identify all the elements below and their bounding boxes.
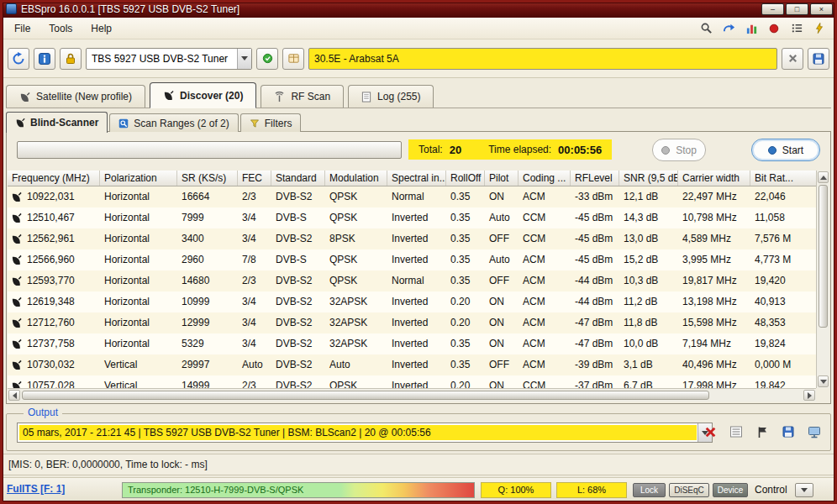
table-row[interactable]: 12593,770Horizontal146802/3DVB-S2QPSKNor… bbox=[8, 270, 816, 291]
level-indicator: L: 68% bbox=[556, 482, 627, 498]
column-header-2[interactable]: SR (KS/s) bbox=[177, 171, 238, 186]
fullts-link[interactable]: FullTS [F: 1] bbox=[7, 483, 65, 495]
column-header-13[interactable]: Bit Rat... bbox=[750, 171, 816, 186]
export-icon[interactable] bbox=[805, 423, 824, 441]
search-icon[interactable] bbox=[698, 21, 713, 36]
edit-transponder-button[interactable] bbox=[282, 48, 304, 70]
column-header-10[interactable]: RFLevel bbox=[571, 171, 619, 186]
table-row[interactable]: 12510,467Horizontal79993/4DVB-SQPSKInver… bbox=[8, 207, 816, 228]
satellite-dish-icon bbox=[11, 297, 22, 307]
device-button[interactable]: Device bbox=[713, 483, 748, 497]
diseqc-button[interactable]: DiSEqC bbox=[669, 483, 709, 497]
menu-help[interactable]: Help bbox=[82, 19, 121, 38]
menu-file[interactable]: File bbox=[5, 19, 39, 38]
scroll-right-icon[interactable] bbox=[803, 390, 815, 401]
column-header-0[interactable]: Frequency (MHz) bbox=[8, 171, 100, 186]
close-button[interactable]: × bbox=[810, 3, 833, 15]
lock-button[interactable] bbox=[60, 48, 82, 70]
column-header-12[interactable]: Carrier width bbox=[678, 171, 750, 186]
tab-discover[interactable]: Discover (20) bbox=[150, 82, 256, 108]
column-header-5[interactable]: Modulation bbox=[325, 171, 387, 186]
window-controls: – □ × bbox=[761, 3, 833, 15]
sub-tab-bar: Blind-Scanner Scan Ranges (2 of 2) Filte… bbox=[6, 111, 301, 132]
horizontal-scroll-thumb[interactable] bbox=[22, 391, 709, 400]
scroll-down-icon[interactable] bbox=[818, 375, 829, 387]
menu-tools[interactable]: Tools bbox=[39, 19, 82, 38]
title-bar[interactable]: EBSpro 16.0.0.1 [TBS 5927 USB DVB-S2 Tun… bbox=[0, 0, 837, 18]
column-header-1[interactable]: Polarization bbox=[100, 171, 177, 186]
save-button[interactable] bbox=[808, 48, 829, 70]
refresh-button[interactable] bbox=[8, 48, 29, 70]
column-header-6[interactable]: Spectral in... bbox=[387, 171, 446, 186]
status-bar: FullTS [F: 1] Transponder: 12510-H-7999-… bbox=[0, 477, 837, 501]
tab-rf-scan[interactable]: RF Scan bbox=[261, 85, 344, 108]
maximize-button[interactable]: □ bbox=[786, 3, 808, 15]
cell: ON bbox=[485, 375, 519, 388]
vertical-scrollbar[interactable] bbox=[816, 171, 829, 388]
delete-icon[interactable] bbox=[701, 423, 719, 441]
cell: CCM bbox=[519, 207, 571, 228]
list-icon[interactable] bbox=[789, 21, 804, 36]
satellite-dish-icon bbox=[11, 339, 22, 349]
cell: Inverted bbox=[387, 291, 446, 312]
chart-icon[interactable] bbox=[744, 21, 759, 36]
tools-icon[interactable] bbox=[812, 21, 827, 36]
cell: Auto bbox=[485, 207, 519, 228]
vertical-scroll-thumb[interactable] bbox=[819, 185, 828, 328]
cell: 0.20 bbox=[446, 291, 485, 312]
record-icon[interactable] bbox=[766, 21, 782, 36]
start-button[interactable]: Start bbox=[751, 139, 820, 161]
cell: 40,913 bbox=[750, 291, 816, 312]
table-row[interactable]: 10922,031Horizontal166642/3DVB-S2QPSKNor… bbox=[8, 186, 816, 207]
table-row[interactable]: 10757,028Vertical149992/3DVB-S2QPSKInver… bbox=[8, 375, 816, 388]
output-group: Output 05 mars, 2017 - 21:21 45 | TBS 59… bbox=[6, 413, 831, 451]
scroll-up-icon[interactable] bbox=[818, 171, 829, 183]
control-dropdown-button[interactable] bbox=[795, 483, 813, 497]
tab-filters[interactable]: Filters bbox=[240, 113, 302, 132]
cell: 12510,467 bbox=[8, 207, 100, 228]
table-row[interactable]: 10730,032Vertical29997AutoDVB-S2AutoInve… bbox=[8, 354, 816, 375]
goto-icon[interactable] bbox=[721, 21, 736, 36]
filter-icon bbox=[250, 118, 260, 129]
green-indicator-button[interactable] bbox=[256, 48, 278, 70]
tab-blind-scanner[interactable]: Blind-Scanner bbox=[6, 112, 108, 133]
cell: -37 dBm bbox=[571, 375, 619, 388]
cell: Horizontal bbox=[100, 312, 177, 333]
device-dropdown[interactable]: TBS 5927 USB DVB-S2 Tuner bbox=[86, 48, 252, 70]
cell: 22,046 bbox=[750, 186, 816, 207]
horizontal-scrollbar[interactable] bbox=[8, 388, 816, 402]
chevron-down-icon[interactable] bbox=[237, 49, 251, 69]
scroll-left-icon[interactable] bbox=[8, 390, 20, 401]
table-row[interactable]: 12562,961Horizontal34003/4DVB-S28PSKInve… bbox=[8, 228, 816, 249]
table-row[interactable]: 12619,348Horizontal109993/4DVB-S232APSKI… bbox=[8, 291, 816, 312]
cell: 3/4 bbox=[238, 333, 271, 354]
minimize-button[interactable]: – bbox=[761, 3, 784, 15]
column-header-4[interactable]: Standard bbox=[271, 171, 325, 186]
column-header-7[interactable]: RollOff bbox=[446, 171, 485, 186]
column-header-3[interactable]: FEC bbox=[238, 171, 271, 186]
total-value: 20 bbox=[450, 144, 461, 156]
tab-satellite[interactable]: Satellite (New profile) bbox=[6, 85, 145, 108]
table-body: 10922,031Horizontal166642/3DVB-S2QPSKNor… bbox=[8, 186, 816, 388]
save-icon[interactable] bbox=[779, 423, 798, 441]
satellite-position-input[interactable] bbox=[308, 48, 777, 70]
cell: 8PSK bbox=[325, 228, 387, 249]
tab-scan-ranges[interactable]: Scan Ranges (2 of 2) bbox=[109, 113, 238, 132]
clear-icon[interactable] bbox=[782, 48, 803, 70]
output-dropdown[interactable]: 05 mars, 2017 - 21:21 45 | TBS 5927 USB … bbox=[17, 423, 713, 443]
list-icon[interactable] bbox=[727, 423, 745, 441]
info-button[interactable] bbox=[34, 48, 55, 70]
column-header-11[interactable]: SNR (9,5 dB) bbox=[619, 171, 678, 186]
table-row[interactable]: 12737,758Horizontal53293/4DVB-S232APSKIn… bbox=[8, 333, 816, 354]
cell: 5329 bbox=[177, 333, 238, 354]
lock-status-button[interactable]: Lock bbox=[633, 483, 666, 497]
cell: 7,194 MHz bbox=[678, 333, 750, 354]
column-header-9[interactable]: Coding ... bbox=[519, 171, 571, 186]
flag-icon[interactable] bbox=[753, 423, 771, 441]
table-row[interactable]: 12566,960Horizontal29607/8DVB-SQPSKInver… bbox=[8, 249, 816, 270]
column-header-8[interactable]: Pilot bbox=[485, 171, 519, 186]
stop-button[interactable]: Stop bbox=[652, 139, 706, 161]
cell: 0.35 bbox=[446, 270, 485, 291]
table-row[interactable]: 12712,760Horizontal129993/4DVB-S232APSKI… bbox=[8, 312, 816, 333]
tab-log[interactable]: Log (255) bbox=[348, 85, 434, 108]
